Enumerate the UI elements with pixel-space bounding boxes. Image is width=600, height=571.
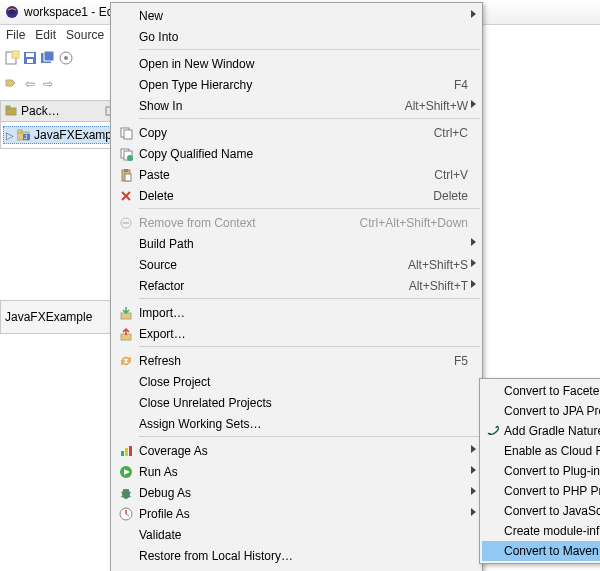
menu-item-delete[interactable]: DeleteDelete (113, 185, 480, 206)
svg-rect-3 (12, 51, 19, 58)
menu-item-label: Add Gradle Nature (504, 424, 600, 438)
menu-item-copy[interactable]: CopyCtrl+C (113, 122, 480, 143)
save-icon[interactable] (22, 50, 38, 66)
menu-source[interactable]: Source (66, 28, 104, 42)
menu-item-open-type-hierarchy[interactable]: Open Type HierarchyF4 (113, 74, 480, 95)
blank-icon (113, 413, 139, 434)
gradle-icon (482, 421, 504, 442)
configure-submenu[interactable]: Convert to Faceted Form…Convert to JPA P… (479, 378, 600, 564)
selection-status-label: JavaFXExample (5, 310, 92, 324)
menu-item-open-in-new-window[interactable]: Open in New Window (113, 53, 480, 74)
menu-item-run-as[interactable]: Run As (113, 461, 480, 482)
svg-text:J: J (24, 134, 27, 140)
remove-ctx-icon (113, 212, 139, 233)
menu-item-enable-as-cloud-foundry-app[interactable]: Enable as Cloud Foundry App (482, 441, 600, 461)
menu-item-pydev[interactable]: PyDev (113, 566, 480, 571)
svg-rect-5 (26, 53, 34, 57)
svg-rect-24 (124, 169, 128, 172)
svg-rect-25 (125, 174, 131, 181)
menu-item-import[interactable]: Import… (113, 302, 480, 323)
save-all-icon[interactable] (40, 50, 56, 66)
tree-item-javafxexample[interactable]: ▷ J JavaFXExample (3, 126, 117, 144)
context-menu[interactable]: NewGo IntoOpen in New WindowOpen Type Hi… (110, 2, 483, 571)
blank-icon (482, 441, 504, 462)
menu-item-show-in[interactable]: Show InAlt+Shift+W (113, 95, 480, 116)
tree-item-label: JavaFXExample (34, 128, 121, 142)
menu-item-label: Validate (139, 528, 468, 542)
new-icon[interactable] (4, 50, 20, 66)
blank-icon (113, 524, 139, 545)
menu-item-refresh[interactable]: RefreshF5 (113, 350, 480, 371)
menu-item-close-unrelated-projects[interactable]: Close Unrelated Projects (113, 392, 480, 413)
menu-item-export[interactable]: Export… (113, 323, 480, 344)
menu-item-label: Convert to Maven Project (504, 544, 600, 558)
submenu-arrow-icon (471, 238, 476, 246)
fwd-icon[interactable]: ⇨ (40, 76, 56, 92)
menu-item-build-path[interactable]: Build Path (113, 233, 480, 254)
refresh-icon (113, 350, 139, 371)
blank-icon (113, 566, 139, 571)
back-icon[interactable]: ⇦ (22, 76, 38, 92)
menu-item-assign-working-sets[interactable]: Assign Working Sets… (113, 413, 480, 434)
menu-item-validate[interactable]: Validate (113, 524, 480, 545)
menu-item-refactor[interactable]: RefactorAlt+Shift+T (113, 275, 480, 296)
menu-item-shortcut: F4 (454, 78, 468, 92)
menu-item-paste[interactable]: PasteCtrl+V (113, 164, 480, 185)
menu-item-convert-to-plug-in-projects[interactable]: Convert to Plug-in Projects… (482, 461, 600, 481)
menu-item-convert-to-javascript-project[interactable]: Convert to JavaScript Project… (482, 501, 600, 521)
perspective-icon[interactable] (58, 50, 74, 66)
menu-item-profile-as[interactable]: Profile As (113, 503, 480, 524)
menu-item-label: Import… (139, 306, 468, 320)
package-explorer[interactable]: Pack… ▷ J JavaFXExample (0, 100, 120, 149)
menu-item-debug-as[interactable]: Debug As (113, 482, 480, 503)
svg-point-47 (489, 433, 491, 435)
menu-item-label: Close Unrelated Projects (139, 396, 468, 410)
nav-tool-icon[interactable] (4, 76, 20, 92)
menu-item-label: Copy (139, 126, 422, 140)
blank-icon (113, 233, 139, 254)
menu-separator (139, 49, 480, 51)
menu-item-copy-qualified-name[interactable]: Copy Qualified Name (113, 143, 480, 164)
menu-item-shortcut: Alt+Shift+W (405, 99, 468, 113)
menu-separator (139, 298, 480, 300)
svg-rect-34 (129, 446, 132, 456)
eclipse-logo-icon (4, 4, 20, 20)
copy-q-icon (113, 143, 139, 164)
menu-item-go-into[interactable]: Go Into (113, 26, 480, 47)
svg-rect-6 (27, 59, 33, 63)
menu-item-restore-from-local-history[interactable]: Restore from Local History… (113, 545, 480, 566)
menu-item-close-project[interactable]: Close Project (113, 371, 480, 392)
menu-item-label: Restore from Local History… (139, 549, 468, 563)
blank-icon (482, 401, 504, 422)
package-explorer-tab[interactable]: Pack… (1, 101, 119, 122)
menu-separator (139, 436, 480, 438)
menu-item-coverage-as[interactable]: Coverage As (113, 440, 480, 461)
menu-item-label: Open in New Window (139, 57, 468, 71)
svg-rect-32 (121, 451, 124, 456)
menu-item-convert-to-maven-project[interactable]: Convert to Maven Project (482, 541, 600, 561)
blank-icon (113, 95, 139, 116)
menu-item-label: Remove from Context (139, 216, 348, 230)
menu-item-convert-to-php-project[interactable]: Convert to PHP Project… (482, 481, 600, 501)
menu-item-add-gradle-nature[interactable]: Add Gradle Nature (482, 421, 600, 441)
menu-item-convert-to-faceted-form[interactable]: Convert to Faceted Form… (482, 381, 600, 401)
menu-item-label: Open Type Hierarchy (139, 78, 442, 92)
menu-edit[interactable]: Edit (35, 28, 56, 42)
menu-item-convert-to-jpa-project[interactable]: Convert to JPA Project… (482, 401, 600, 421)
menu-item-source[interactable]: SourceAlt+Shift+S (113, 254, 480, 275)
menu-item-label: Convert to Plug-in Projects… (504, 464, 600, 478)
submenu-arrow-icon (471, 445, 476, 453)
menu-item-label: Copy Qualified Name (139, 147, 468, 161)
menu-file[interactable]: File (6, 28, 25, 42)
menu-item-label: Refresh (139, 354, 442, 368)
svg-point-1 (9, 10, 16, 14)
package-explorer-body[interactable]: ▷ J JavaFXExample (1, 122, 119, 148)
debug-icon (113, 482, 139, 503)
blank-icon (482, 541, 504, 562)
project-icon: J (17, 129, 31, 141)
menu-item-label: Paste (139, 168, 422, 182)
blank-icon (113, 392, 139, 413)
expand-icon[interactable]: ▷ (6, 130, 14, 141)
menu-item-create-module-info-java[interactable]: Create module-info.java (482, 521, 600, 541)
menu-item-new[interactable]: New (113, 5, 480, 26)
